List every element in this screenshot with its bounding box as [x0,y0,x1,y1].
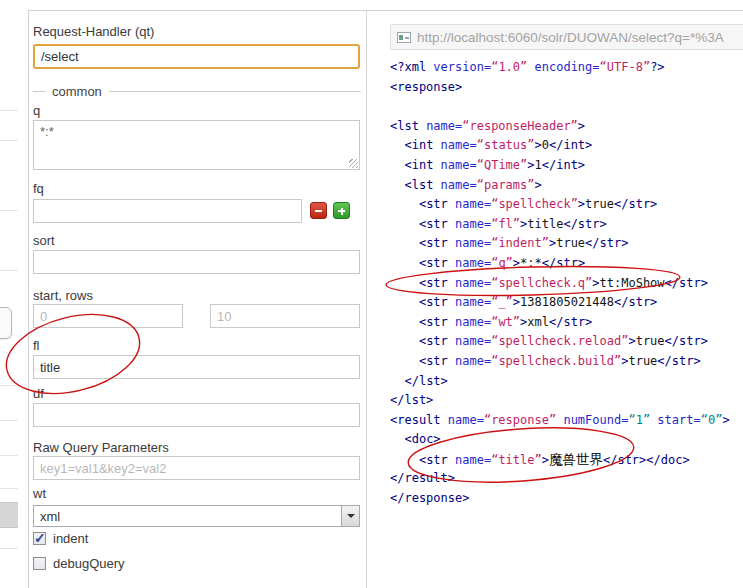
df-label: df [33,386,44,401]
xml-response: <?xml version=“1.0” encoding=“UTF-8”?><r… [390,58,743,509]
sort-input[interactable] [33,250,360,274]
indent-checkbox[interactable] [33,532,46,545]
debug-query-label: debugQuery [53,556,125,571]
q-field-wrap: *:* [33,120,360,170]
sidebar-edge [0,0,19,588]
common-section-label: common [46,84,109,99]
remove-fq-button[interactable] [310,202,327,219]
q-textarea[interactable]: *:* [33,120,360,170]
q-label: q [33,103,40,118]
response-url[interactable]: http://localhost:6060/solr/DUOWAN/select… [417,30,724,45]
indent-option[interactable]: indent [33,531,88,546]
sidebar-divider [0,140,18,141]
sidebar-divider [0,385,18,386]
form-response-divider [366,10,367,588]
resize-grip-icon[interactable] [349,159,358,168]
debug-query-checkbox[interactable] [33,557,46,570]
fq-label: fq [33,181,44,196]
sidebar-selected-item[interactable] [0,502,18,528]
legend-line [109,91,361,92]
raw-query-parameters-input[interactable] [33,456,360,480]
raw-query-parameters-label: Raw Query Parameters [33,440,169,455]
wt-select[interactable]: xml [33,505,360,527]
fl-input[interactable] [33,355,360,379]
request-handler-label: Request-Handler (qt) [33,24,154,39]
sidebar-divider [0,210,18,211]
chevron-down-icon [347,514,355,518]
df-input[interactable] [33,403,360,427]
indent-label: indent [53,531,88,546]
dropdown-button[interactable] [341,506,359,526]
sidebar-divider [0,110,18,111]
start-rows-label: start, rows [33,288,93,303]
fl-label: fl [33,338,40,353]
sidebar-widget-edge [0,307,12,339]
sort-label: sort [33,233,55,248]
fq-input[interactable] [33,199,302,223]
wt-selected-value: xml [34,509,341,524]
sidebar-divider [0,420,18,421]
textfield-icon [397,32,411,43]
wt-label: wt [33,486,46,501]
solr-query-page: Request-Handler (qt) common q *:* fq sor… [0,0,743,588]
response-url-bar[interactable]: http://localhost:6060/solr/DUOWAN/select… [390,24,743,50]
sidebar-divider [0,455,18,456]
sidebar-divider [0,548,18,549]
common-section-legend: common [33,84,361,99]
debug-query-option[interactable]: debugQuery [33,556,125,571]
legend-line [33,91,46,92]
add-fq-button[interactable] [333,202,350,219]
panel-left-border [28,10,29,588]
sidebar-divider [0,270,18,271]
panel-top-border [28,10,743,11]
start-input[interactable] [33,304,183,328]
sidebar-divider [0,488,18,489]
request-handler-input[interactable] [33,44,360,69]
rows-input[interactable] [210,304,360,328]
